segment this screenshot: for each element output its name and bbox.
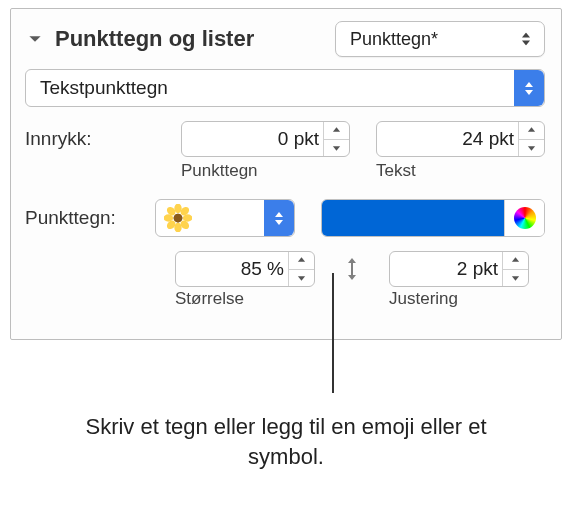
bullet-align-value: 2 pkt: [457, 258, 498, 280]
bullet-size-value: 85 %: [241, 258, 284, 280]
bullet-size-stepper[interactable]: 85 %: [175, 251, 315, 287]
list-style-popup[interactable]: Punkttegn*: [335, 21, 545, 57]
bullet-char-label: Punkttegn:: [25, 207, 155, 229]
flower-emoji-icon: [164, 204, 192, 232]
popup-arrows-icon: [514, 70, 544, 106]
bullet-color-well[interactable]: [321, 199, 545, 237]
stepper-buttons-icon[interactable]: [502, 252, 528, 286]
align-sublabel: Justering: [389, 289, 529, 309]
bullet-indent-value: 0 pkt: [278, 128, 319, 150]
bullet-indent-stepper[interactable]: 0 pkt: [181, 121, 350, 157]
color-picker-button[interactable]: [504, 200, 544, 236]
stepper-buttons-icon[interactable]: [288, 252, 314, 286]
bullet-char-popup[interactable]: [155, 199, 295, 237]
text-indent-value: 24 pkt: [462, 128, 514, 150]
stepper-buttons-icon[interactable]: [323, 122, 349, 156]
colorwheel-icon: [514, 207, 536, 229]
size-sublabel: Størrelse: [175, 289, 315, 309]
section-title: Punkttegn og lister: [55, 26, 335, 52]
svg-point-9: [174, 214, 183, 223]
popup-arrows-icon: [264, 200, 294, 236]
bullet-indent-sublabel: Punkttegn: [181, 161, 350, 181]
text-indent-stepper[interactable]: 24 pkt: [376, 121, 545, 157]
callout-line: [332, 273, 334, 393]
bullet-type-popup[interactable]: Tekstpunkttegn: [25, 69, 545, 107]
indent-label: Innrykk:: [25, 128, 155, 150]
svg-point-1: [174, 204, 181, 213]
text-indent-sublabel: Tekst: [376, 161, 545, 181]
chevron-updown-icon: [518, 33, 534, 46]
bullets-lists-panel: Punkttegn og lister Punkttegn* Tekstpunk…: [10, 8, 562, 340]
vertical-align-icon: [335, 256, 369, 282]
color-swatch[interactable]: [322, 200, 504, 236]
callout-caption: Skriv et tegn eller legg til en emoji el…: [50, 412, 522, 471]
bullet-type-value: Tekstpunkttegn: [40, 77, 168, 99]
svg-point-4: [183, 214, 192, 221]
svg-point-2: [174, 223, 181, 232]
stepper-buttons-icon[interactable]: [518, 122, 544, 156]
disclosure-chevron-icon[interactable]: [25, 29, 45, 49]
list-style-value: Punkttegn*: [350, 29, 438, 50]
bullet-align-stepper[interactable]: 2 pkt: [389, 251, 529, 287]
svg-point-3: [164, 214, 173, 221]
